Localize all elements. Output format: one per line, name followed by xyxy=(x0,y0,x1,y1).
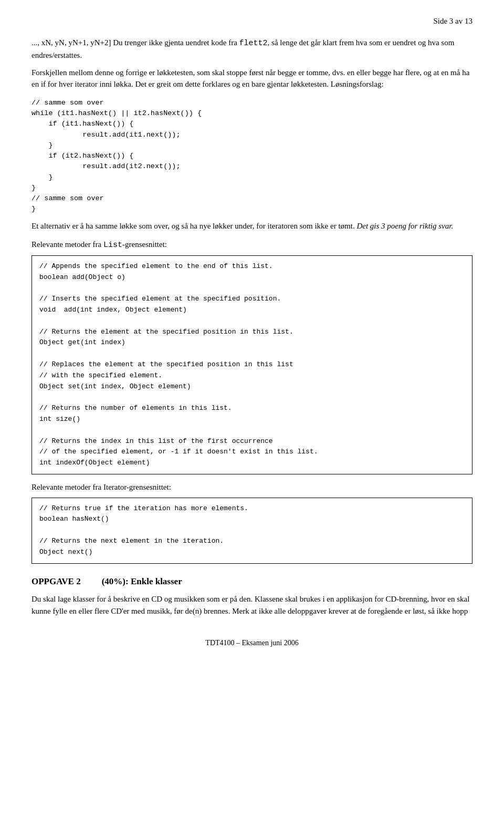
page-container: Side 3 av 13 ..., xN, yN, yN+1, yN+2] Du… xyxy=(0,0,504,680)
inline-code-flett2: flett2 xyxy=(239,39,268,48)
page-header: Side 3 av 13 xyxy=(32,16,472,27)
oppgave2-label: OPPGAVE 2 xyxy=(32,575,81,588)
code-solution-block: // samme som over while (it1.hasNext() |… xyxy=(32,96,472,217)
paragraph-3: Et alternativ er å ha samme løkke som ov… xyxy=(32,220,472,232)
page-number: Side 3 av 13 xyxy=(433,17,472,25)
points-note: Det gis 3 poeng for riktig svar. xyxy=(356,222,453,230)
intro-paragraph-1: ..., xN, yN, yN+1, yN+2] Du trenger ikke… xyxy=(32,37,472,61)
iterator-methods-box: // Returns true if the iteration has mor… xyxy=(32,498,472,564)
oppgave2-points: (40%): Enkle klasser xyxy=(102,575,182,588)
page-footer: TDT4100 – Eksamen juni 2006 xyxy=(32,638,472,648)
oppgave2-heading: OPPGAVE 2 (40%): Enkle klasser xyxy=(32,575,472,588)
list-methods-box: // Appends the specified element to the … xyxy=(32,255,472,474)
list-section-heading: Relevante metoder fra List-grensesnittet… xyxy=(32,239,472,251)
iterator-section-heading: Relevante metoder fra Iterator-grensesni… xyxy=(32,482,472,493)
oppgave2-paragraph: Du skal lage klasser for å beskrive en C… xyxy=(32,593,472,617)
paragraph-2: Forskjellen mellom denne og forrige er l… xyxy=(32,67,472,90)
footer-text: TDT4100 – Eksamen juni 2006 xyxy=(205,639,298,647)
